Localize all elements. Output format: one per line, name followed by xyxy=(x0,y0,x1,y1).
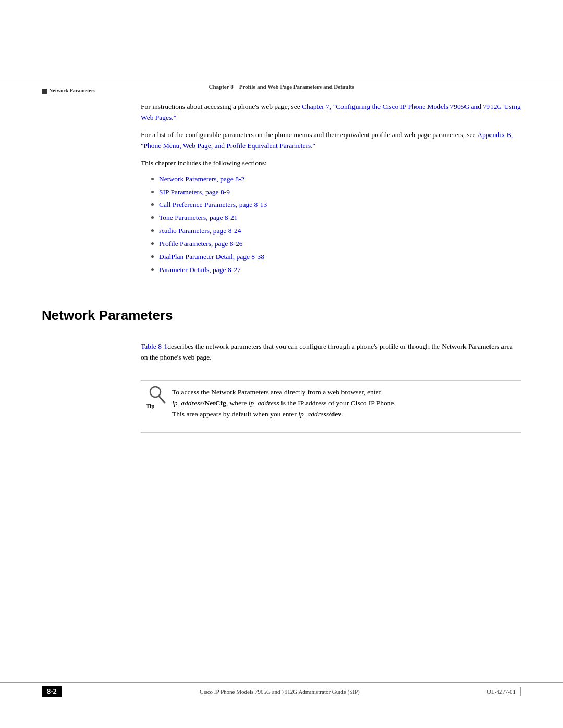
section-content: Table 8-1describes the network parameter… xyxy=(141,341,521,363)
bullet-dot-icon xyxy=(151,191,154,193)
bullet-dot-icon xyxy=(151,178,154,180)
link-sip-params[interactable]: SIP Parameters, page 8-9 xyxy=(159,187,230,198)
sidebar-label: Network Parameters xyxy=(42,88,95,94)
sections-list: Network Parameters, page 8-2 SIP Paramet… xyxy=(151,174,521,276)
chapter-number: Chapter 8 xyxy=(209,83,234,90)
list-item: Audio Parameters, page 8-24 xyxy=(151,226,521,237)
bullet-dot-icon xyxy=(151,255,154,258)
bullet-dot-icon xyxy=(151,216,154,219)
link-audio-params[interactable]: Audio Parameters, page 8-24 xyxy=(159,226,241,237)
list-item: Network Parameters, page 8-2 xyxy=(151,174,521,185)
table81-link[interactable]: Table 8-1 xyxy=(141,342,167,350)
section-para: Table 8-1describes the network parameter… xyxy=(141,341,521,363)
tip-box: Tip To access the Network Parameters are… xyxy=(141,380,521,433)
footer-right-rule xyxy=(520,687,521,696)
tip-ipaddress2: ip_address xyxy=(249,399,279,407)
link-param-details[interactable]: Parameter Details, page 8-27 xyxy=(159,265,241,276)
bullet-dot-icon xyxy=(151,268,154,271)
footer-page-number: 8-2 xyxy=(42,686,62,697)
footer-doc-number: OL-4277-01 xyxy=(487,688,516,695)
tip-text: To access the Network Parameters area di… xyxy=(172,387,513,420)
intro-para2: For a list of the configurable parameter… xyxy=(141,130,521,152)
main-content: For instructions about accessing a phone… xyxy=(141,102,521,279)
list-item: Profile Parameters, page 8-26 xyxy=(151,239,521,250)
page-container: Chapter 8 Profile and Web Page Parameter… xyxy=(0,0,563,728)
svg-line-1 xyxy=(159,396,165,403)
bullet-dot-icon xyxy=(151,242,154,245)
sidebar-bullet-icon xyxy=(42,89,47,94)
link-dialplan[interactable]: DialPlan Parameter Detail, page 8-38 xyxy=(159,252,264,263)
intro-para1: For instructions about accessing a phone… xyxy=(141,102,521,124)
tip-dev: /dev xyxy=(329,410,341,418)
bullet-dot-icon xyxy=(151,203,154,206)
bullet-dot-icon xyxy=(151,229,154,232)
list-item: DialPlan Parameter Detail, page 8-38 xyxy=(151,252,521,263)
tip-netcfg: /NetCfg xyxy=(203,399,226,407)
tip-ipaddress3: ip_address xyxy=(298,410,329,418)
chapter-title: Profile and Web Page Parameters and Defa… xyxy=(239,83,354,90)
list-item: Tone Parameters, page 8-21 xyxy=(151,213,521,224)
link-tone-params[interactable]: Tone Parameters, page 8-21 xyxy=(159,213,238,224)
link-profile-params[interactable]: Profile Parameters, page 8-26 xyxy=(159,239,242,250)
footer: 8-2 Cisco IP Phone Models 7905G and 7912… xyxy=(0,682,563,697)
footer-title: Cisco IP Phone Models 7905G and 7912G Ad… xyxy=(72,688,487,695)
section-heading: Network Parameters xyxy=(42,307,521,327)
list-item: SIP Parameters, page 8-9 xyxy=(151,187,521,198)
list-item: Parameter Details, page 8-27 xyxy=(151,265,521,276)
tip-ipaddress1: ip_address xyxy=(172,399,203,407)
link-call-pref[interactable]: Call Preference Parameters, page 8-13 xyxy=(159,200,267,211)
link-network-params[interactable]: Network Parameters, page 8-2 xyxy=(159,174,244,185)
sections-intro: This chapter includes the following sect… xyxy=(141,158,521,169)
tip-label: Tip xyxy=(146,402,154,411)
list-item: Call Preference Parameters, page 8-13 xyxy=(151,200,521,211)
